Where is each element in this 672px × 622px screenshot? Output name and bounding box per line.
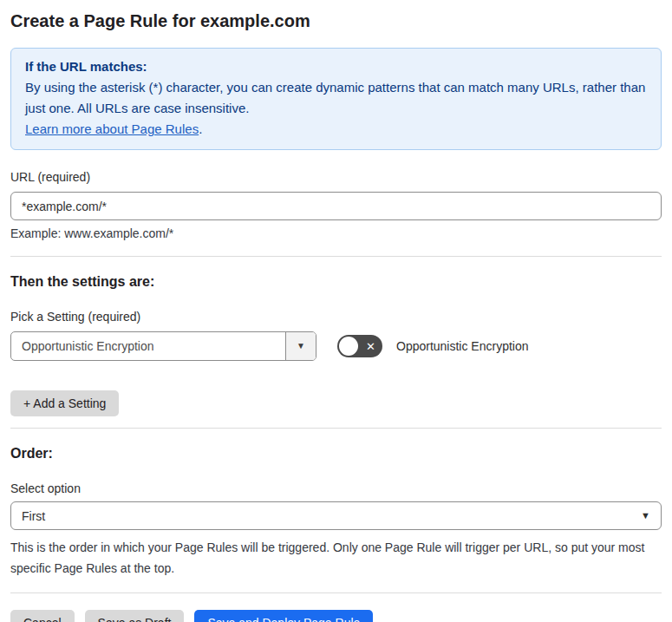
- add-setting-button[interactable]: + Add a Setting: [10, 390, 119, 416]
- toggle-knob: [339, 337, 358, 356]
- info-box-link-line: Learn more about Page Rules.: [25, 119, 647, 140]
- footer-actions: Cancel Save as Draft Save and Deploy Pag…: [10, 610, 662, 622]
- divider-settings: [10, 256, 662, 257]
- learn-more-link[interactable]: Learn more about Page Rules: [25, 121, 199, 136]
- url-input[interactable]: [10, 192, 662, 220]
- opportunistic-encryption-toggle[interactable]: ✕: [337, 335, 382, 357]
- link-suffix: .: [199, 121, 202, 136]
- cancel-button[interactable]: Cancel: [10, 610, 75, 622]
- url-field-label: URL (required): [10, 170, 662, 184]
- order-select[interactable]: First ▼: [10, 501, 662, 530]
- info-box-body: By using the asterisk (*) character, you…: [25, 77, 647, 119]
- toggle-label: Opportunistic Encryption: [396, 339, 529, 353]
- divider-footer: [10, 593, 662, 593]
- order-select-value: First: [22, 509, 45, 523]
- setting-dropdown-arrow-button[interactable]: ▼: [285, 332, 316, 360]
- chevron-down-icon: ▼: [297, 342, 305, 350]
- url-example-hint: Example: www.example.com/*: [10, 226, 662, 240]
- save-as-draft-button[interactable]: Save as Draft: [85, 610, 185, 622]
- setting-row: Opportunistic Encryption ▼ ✕ Opportunist…: [10, 331, 662, 361]
- chevron-down-icon: ▼: [641, 511, 650, 521]
- toggle-off-x-icon: ✕: [366, 341, 375, 352]
- save-and-deploy-button[interactable]: Save and Deploy Page Rule: [194, 610, 373, 622]
- setting-dropdown-value: Opportunistic Encryption: [11, 332, 285, 360]
- divider-order: [10, 428, 662, 429]
- order-help-text: This is the order in which your Page Rul…: [10, 537, 662, 579]
- order-select-label: Select option: [10, 481, 662, 495]
- setting-dropdown[interactable]: Opportunistic Encryption ▼: [10, 331, 316, 361]
- pick-setting-label: Pick a Setting (required): [10, 310, 662, 324]
- url-match-info-box: If the URL matches: By using the asteris…: [10, 48, 662, 150]
- info-box-heading: If the URL matches:: [25, 56, 647, 77]
- order-section-heading: Order:: [10, 446, 662, 462]
- settings-section-heading: Then the settings are:: [10, 274, 662, 290]
- page-title: Create a Page Rule for example.com: [10, 0, 662, 31]
